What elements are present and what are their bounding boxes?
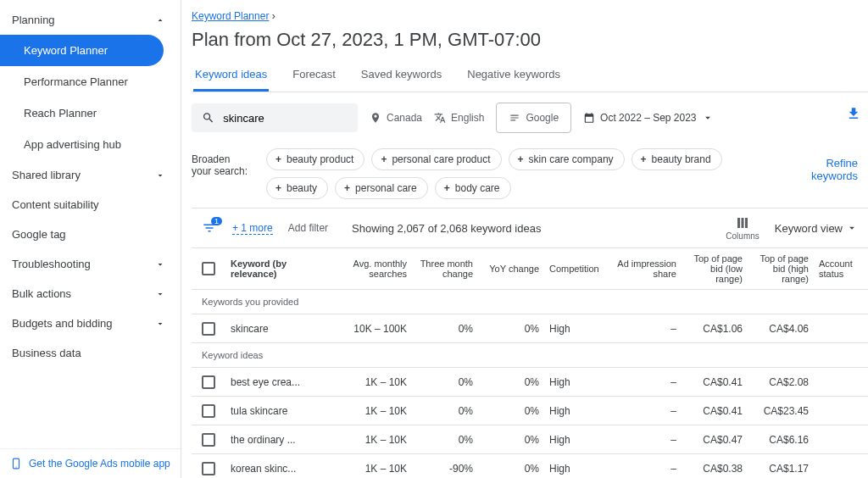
sidebar-group-planning[interactable]: Planning [0,5,181,35]
col-impression-share[interactable]: Ad impression share [609,253,682,284]
cell-yoy: 0% [478,458,544,479]
network-icon [509,112,520,124]
language-label: English [451,112,484,124]
columns-button[interactable]: Columns [726,215,759,241]
tab-forecast[interactable]: Forecast [291,59,337,92]
chevron-down-icon [702,112,714,124]
plus-icon: + [381,153,387,165]
row-checkbox[interactable] [202,404,215,418]
sidebar-group-google-tag[interactable]: Google tag [0,220,181,249]
broaden-chip[interactable]: +beauty product [266,148,364,170]
row-checkbox[interactable] [202,375,215,389]
sidebar-item-app-advertising-hub[interactable]: App advertising hub [0,129,164,160]
refine-keywords-link[interactable]: Refine keywords [790,148,858,182]
plus-icon: + [518,153,524,165]
col-bid-low[interactable]: Top of page bid (low range) [682,248,748,289]
table-row[interactable]: best eye crea... 1K – 10K 0% 0% High – C… [192,368,868,397]
language-filter[interactable]: English [434,112,484,124]
cell-bid-high: CA$2.08 [748,371,814,393]
broaden-chip[interactable]: +body care [435,177,511,199]
col-keyword[interactable]: Keyword (by relevance) [225,253,310,284]
columns-icon [735,215,750,231]
download-button[interactable] [846,106,861,121]
location-filter[interactable]: Canada [370,112,422,124]
col-bid-high[interactable]: Top of page bid (high range) [748,248,814,289]
cell-bid-low: CA$1.06 [682,318,748,340]
table-row[interactable]: the ordinary ... 1K – 10K 0% 0% High – C… [192,425,868,454]
filter-row: Canada English Google Oct 2022 – Sep 202… [192,92,868,143]
sidebar-item-reach-planner[interactable]: Reach Planner [0,97,164,129]
date-range-filter[interactable]: Oct 2022 – Sep 2023 [583,112,713,124]
col-yoy[interactable]: YoY change [478,258,544,279]
cell-keyword: korean skinc... [225,458,310,479]
cell-avg: 1K – 10K [310,371,412,393]
sidebar-item-keyword-planner[interactable]: Keyword Planner [0,35,164,66]
broaden-label: Broaden your search: [192,148,251,177]
network-filter[interactable]: Google [496,103,571,133]
row-checkbox[interactable] [202,433,215,447]
col-avg-searches[interactable]: Avg. monthly searches [310,253,412,284]
chip-label: skin care company [529,153,614,165]
cell-competition: High [544,400,609,422]
sidebar-group-shared-library[interactable]: Shared library [0,160,181,190]
sidebar-group-business-data[interactable]: Business data [0,338,181,368]
broaden-chip[interactable]: +beauty [266,177,328,199]
sidebar-item-performance-planner[interactable]: Performance Planner [0,66,164,97]
sidebar: PlanningKeyword PlannerPerformance Plann… [0,0,181,478]
cell-avg: 1K – 10K [310,429,412,451]
location-label: Canada [387,112,422,124]
breadcrumb-link[interactable]: Keyword Planner [192,10,269,22]
broaden-chip[interactable]: +personal care [335,177,428,199]
mobile-app-link[interactable]: Get the Google Ads mobile app [0,448,181,478]
table-row[interactable]: tula skincare 1K – 10K 0% 0% High – CA$0… [192,397,868,425]
cell-competition: High [544,429,609,451]
broaden-chip[interactable]: +skin care company [509,148,625,170]
filter-funnel-button[interactable]: 1 [202,220,217,236]
select-all-checkbox[interactable] [202,262,215,275]
cell-keyword: skincare [225,318,310,340]
cell-bid-high: CA$4.06 [748,318,814,340]
cell-keyword: best eye crea... [225,371,310,393]
cell-status [814,464,868,474]
cell-impression: – [609,429,682,451]
col-three-month[interactable]: Three month change [412,253,478,284]
cell-tmc: 0% [412,429,478,451]
table-row[interactable]: skincare 10K – 100K 0% 0% High – CA$1.06… [192,314,868,343]
cell-avg: 1K – 10K [310,400,412,422]
keyword-search-box[interactable] [192,103,358,132]
tabs: Keyword ideasForecastSaved keywordsNegat… [192,59,868,92]
sidebar-group-troubleshooting[interactable]: Troubleshooting [0,249,181,279]
plus-icon: + [275,153,281,165]
tab-keyword-ideas[interactable]: Keyword ideas [193,59,269,92]
cell-competition: High [544,371,609,393]
location-icon [370,112,381,124]
tab-negative-keywords[interactable]: Negative keywords [465,59,562,92]
row-checkbox[interactable] [202,462,215,475]
cell-yoy: 0% [478,318,544,340]
col-account-status[interactable]: Account status [814,253,868,284]
sidebar-group-bulk-actions[interactable]: Bulk actions [0,279,181,308]
cell-bid-low: CA$0.38 [682,458,748,479]
cell-status [814,324,868,334]
view-label: Keyword view [775,222,843,235]
cell-tmc: 0% [412,318,478,340]
sidebar-group-budgets-and-bidding[interactable]: Budgets and bidding [0,308,181,338]
cell-status [814,435,868,445]
sidebar-group-content-suitability[interactable]: Content suitability [0,190,181,220]
broaden-chip[interactable]: +personal care product [371,148,501,170]
col-competition[interactable]: Competition [544,258,609,279]
translate-icon [434,112,446,124]
table-row[interactable]: korean skinc... 1K – 10K -90% 0% High – … [192,454,868,478]
view-selector[interactable]: Keyword view [775,222,858,235]
add-filter-button[interactable]: Add filter [288,222,328,234]
keyword-search-input[interactable] [223,112,348,125]
table-header: Keyword (by relevance) Avg. monthly sear… [192,248,868,290]
tab-saved-keywords[interactable]: Saved keywords [359,59,443,92]
cell-tmc: 0% [412,400,478,422]
broaden-chip[interactable]: +beauty brand [632,148,722,170]
chip-label: beauty product [287,153,353,165]
row-checkbox[interactable] [202,322,215,336]
results-count-text: Showing 2,067 of 2,068 keyword ideas [352,222,541,235]
breadcrumb: Keyword Planner › [192,0,868,25]
more-filter-link[interactable]: + 1 more [232,222,273,235]
